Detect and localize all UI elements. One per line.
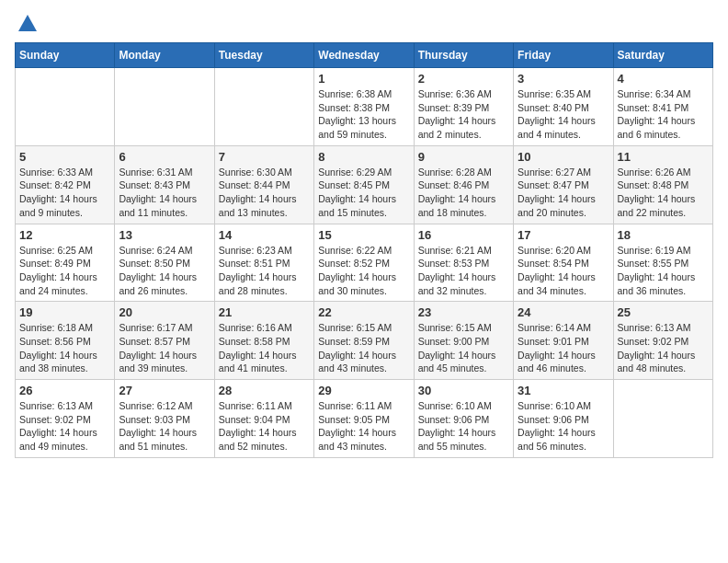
calendar-header-saturday: Saturday xyxy=(613,43,712,68)
page-header xyxy=(15,15,713,31)
calendar-cell: 11Sunrise: 6:26 AM Sunset: 8:48 PM Dayli… xyxy=(613,145,712,224)
calendar-header-friday: Friday xyxy=(514,43,613,68)
calendar-cell: 17Sunrise: 6:20 AM Sunset: 8:54 PM Dayli… xyxy=(514,224,613,302)
calendar-cell: 3Sunrise: 6:35 AM Sunset: 8:40 PM Daylig… xyxy=(514,68,613,146)
day-info: Sunrise: 6:10 AM Sunset: 9:06 PM Dayligh… xyxy=(518,399,609,454)
day-number: 7 xyxy=(219,150,310,164)
day-number: 12 xyxy=(19,228,110,242)
calendar-header-wednesday: Wednesday xyxy=(314,43,414,68)
day-info: Sunrise: 6:36 AM Sunset: 8:39 PM Dayligh… xyxy=(418,87,509,142)
day-info: Sunrise: 6:11 AM Sunset: 9:05 PM Dayligh… xyxy=(318,399,409,454)
day-number: 26 xyxy=(19,384,110,397)
calendar-cell: 4Sunrise: 6:34 AM Sunset: 8:41 PM Daylig… xyxy=(613,68,712,146)
calendar-cell: 9Sunrise: 6:28 AM Sunset: 8:46 PM Daylig… xyxy=(414,145,513,224)
calendar-week-row: 19Sunrise: 6:18 AM Sunset: 8:56 PM Dayli… xyxy=(16,302,713,380)
day-number: 10 xyxy=(518,150,609,164)
day-number: 14 xyxy=(219,228,310,242)
day-number: 4 xyxy=(618,72,709,86)
day-info: Sunrise: 6:35 AM Sunset: 8:40 PM Dayligh… xyxy=(518,87,609,142)
day-number: 30 xyxy=(418,384,509,397)
logo xyxy=(15,15,37,31)
calendar-cell xyxy=(16,68,115,146)
calendar-cell: 27Sunrise: 6:12 AM Sunset: 9:03 PM Dayli… xyxy=(115,380,214,458)
calendar-cell: 7Sunrise: 6:30 AM Sunset: 8:44 PM Daylig… xyxy=(214,145,313,224)
day-info: Sunrise: 6:13 AM Sunset: 9:02 PM Dayligh… xyxy=(618,321,709,375)
day-info: Sunrise: 6:23 AM Sunset: 8:51 PM Dayligh… xyxy=(219,244,310,298)
calendar-header-thursday: Thursday xyxy=(414,43,513,68)
day-info: Sunrise: 6:16 AM Sunset: 8:58 PM Dayligh… xyxy=(219,321,310,375)
day-number: 24 xyxy=(518,305,609,319)
calendar-week-row: 5Sunrise: 6:33 AM Sunset: 8:42 PM Daylig… xyxy=(16,145,713,224)
day-info: Sunrise: 6:31 AM Sunset: 8:43 PM Dayligh… xyxy=(119,166,210,220)
day-number: 1 xyxy=(318,72,409,86)
day-number: 6 xyxy=(119,150,210,164)
calendar-cell: 28Sunrise: 6:11 AM Sunset: 9:04 PM Dayli… xyxy=(214,380,313,458)
calendar-cell xyxy=(214,68,313,146)
day-info: Sunrise: 6:33 AM Sunset: 8:42 PM Dayligh… xyxy=(19,166,110,220)
day-number: 19 xyxy=(19,305,110,319)
day-info: Sunrise: 6:29 AM Sunset: 8:45 PM Dayligh… xyxy=(318,166,409,220)
calendar-cell: 15Sunrise: 6:22 AM Sunset: 8:52 PM Dayli… xyxy=(314,224,414,302)
day-info: Sunrise: 6:13 AM Sunset: 9:02 PM Dayligh… xyxy=(19,399,110,454)
calendar-cell: 6Sunrise: 6:31 AM Sunset: 8:43 PM Daylig… xyxy=(115,145,214,224)
day-number: 29 xyxy=(318,384,409,397)
day-number: 16 xyxy=(418,228,509,242)
logo-triangle-icon xyxy=(18,15,37,31)
calendar-week-row: 1Sunrise: 6:38 AM Sunset: 8:38 PM Daylig… xyxy=(16,68,713,146)
calendar-header-monday: Monday xyxy=(115,43,214,68)
day-info: Sunrise: 6:10 AM Sunset: 9:06 PM Dayligh… xyxy=(418,399,509,454)
calendar-cell xyxy=(115,68,214,146)
calendar-table: SundayMondayTuesdayWednesdayThursdayFrid… xyxy=(15,42,713,458)
day-info: Sunrise: 6:12 AM Sunset: 9:03 PM Dayligh… xyxy=(119,399,210,454)
day-info: Sunrise: 6:15 AM Sunset: 9:00 PM Dayligh… xyxy=(418,321,509,375)
calendar-header-row: SundayMondayTuesdayWednesdayThursdayFrid… xyxy=(16,43,713,68)
day-info: Sunrise: 6:24 AM Sunset: 8:50 PM Dayligh… xyxy=(119,244,210,298)
day-number: 3 xyxy=(518,72,609,86)
day-info: Sunrise: 6:11 AM Sunset: 9:04 PM Dayligh… xyxy=(219,399,310,454)
day-number: 27 xyxy=(119,384,210,397)
day-number: 31 xyxy=(518,384,609,397)
day-number: 15 xyxy=(318,228,409,242)
calendar-cell: 19Sunrise: 6:18 AM Sunset: 8:56 PM Dayli… xyxy=(16,302,115,380)
calendar-cell: 25Sunrise: 6:13 AM Sunset: 9:02 PM Dayli… xyxy=(613,302,712,380)
calendar-cell: 24Sunrise: 6:14 AM Sunset: 9:01 PM Dayli… xyxy=(514,302,613,380)
calendar-cell: 30Sunrise: 6:10 AM Sunset: 9:06 PM Dayli… xyxy=(414,380,513,458)
day-info: Sunrise: 6:22 AM Sunset: 8:52 PM Dayligh… xyxy=(318,244,409,298)
calendar-cell: 22Sunrise: 6:15 AM Sunset: 8:59 PM Dayli… xyxy=(314,302,414,380)
day-number: 18 xyxy=(618,228,709,242)
day-number: 17 xyxy=(518,228,609,242)
day-info: Sunrise: 6:15 AM Sunset: 8:59 PM Dayligh… xyxy=(318,321,409,375)
day-number: 2 xyxy=(418,72,509,86)
day-info: Sunrise: 6:14 AM Sunset: 9:01 PM Dayligh… xyxy=(518,321,609,375)
calendar-cell: 10Sunrise: 6:27 AM Sunset: 8:47 PM Dayli… xyxy=(514,145,613,224)
day-info: Sunrise: 6:17 AM Sunset: 8:57 PM Dayligh… xyxy=(119,321,210,375)
day-info: Sunrise: 6:28 AM Sunset: 8:46 PM Dayligh… xyxy=(418,166,509,220)
calendar-cell: 1Sunrise: 6:38 AM Sunset: 8:38 PM Daylig… xyxy=(314,68,414,146)
calendar-cell: 29Sunrise: 6:11 AM Sunset: 9:05 PM Dayli… xyxy=(314,380,414,458)
calendar-cell: 23Sunrise: 6:15 AM Sunset: 9:00 PM Dayli… xyxy=(414,302,513,380)
calendar-cell: 5Sunrise: 6:33 AM Sunset: 8:42 PM Daylig… xyxy=(16,145,115,224)
day-number: 13 xyxy=(119,228,210,242)
day-number: 28 xyxy=(219,384,310,397)
day-info: Sunrise: 6:27 AM Sunset: 8:47 PM Dayligh… xyxy=(518,166,609,220)
day-info: Sunrise: 6:18 AM Sunset: 8:56 PM Dayligh… xyxy=(19,321,110,375)
day-number: 11 xyxy=(618,150,709,164)
calendar-header-tuesday: Tuesday xyxy=(214,43,313,68)
day-number: 20 xyxy=(119,305,210,319)
day-number: 9 xyxy=(418,150,509,164)
day-number: 21 xyxy=(219,305,310,319)
calendar-cell xyxy=(613,380,712,458)
day-info: Sunrise: 6:30 AM Sunset: 8:44 PM Dayligh… xyxy=(219,166,310,220)
day-info: Sunrise: 6:20 AM Sunset: 8:54 PM Dayligh… xyxy=(518,244,609,298)
calendar-header-sunday: Sunday xyxy=(16,43,115,68)
day-info: Sunrise: 6:26 AM Sunset: 8:48 PM Dayligh… xyxy=(618,166,709,220)
calendar-cell: 13Sunrise: 6:24 AM Sunset: 8:50 PM Dayli… xyxy=(115,224,214,302)
day-info: Sunrise: 6:21 AM Sunset: 8:53 PM Dayligh… xyxy=(418,244,509,298)
day-info: Sunrise: 6:38 AM Sunset: 8:38 PM Dayligh… xyxy=(318,87,409,142)
day-info: Sunrise: 6:34 AM Sunset: 8:41 PM Dayligh… xyxy=(618,87,709,142)
calendar-cell: 12Sunrise: 6:25 AM Sunset: 8:49 PM Dayli… xyxy=(16,224,115,302)
day-number: 5 xyxy=(19,150,110,164)
calendar-cell: 21Sunrise: 6:16 AM Sunset: 8:58 PM Dayli… xyxy=(214,302,313,380)
day-number: 8 xyxy=(318,150,409,164)
calendar-cell: 31Sunrise: 6:10 AM Sunset: 9:06 PM Dayli… xyxy=(514,380,613,458)
